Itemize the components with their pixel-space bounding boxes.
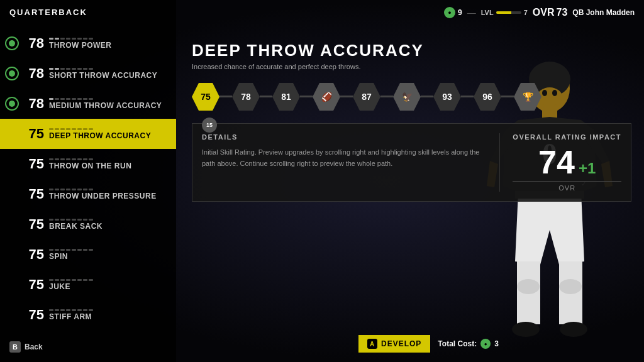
node-hex-5: 🦅 <box>393 83 421 111</box>
skill-title-area: DEEP THROW ACCURACY Increased chance of … <box>192 41 631 70</box>
skill-dots-medium-throw <box>49 98 170 100</box>
node-hex-7: 96 <box>474 83 501 111</box>
sidebar-item-short-throw[interactable]: 78 Short Throw Accuracy <box>0 58 176 89</box>
path-node-3[interactable]: 🏈 <box>313 83 340 111</box>
path-node-4[interactable]: 87 <box>353 83 380 111</box>
top-header: ● 9 — LVL 7 OVR 73 QB John Madden <box>179 0 644 25</box>
skill-rating-stiff-arm: 75 <box>23 307 44 323</box>
node-hex-1: 78 <box>232 83 260 111</box>
skill-rating-throw-power: 78 <box>23 35 44 52</box>
upgrade-path: 757881🏈87🦅9396🏆 <box>192 83 631 111</box>
ovr-label: OVR <box>533 7 555 18</box>
path-node-6[interactable]: 93 <box>433 83 461 111</box>
details-header: DETAILS <box>202 133 487 141</box>
path-connector-5 <box>421 96 433 97</box>
skill-description: Increased chance of accurate and perfect… <box>192 63 631 70</box>
sidebar-item-throw-on-run[interactable]: 75 Throw On The Run <box>0 149 176 179</box>
path-connector-7 <box>501 96 514 97</box>
path-connector-6 <box>461 96 474 97</box>
current-level-badge: 15 <box>202 118 217 133</box>
level-bar-fill <box>496 11 511 14</box>
node-hex-4: 87 <box>353 83 380 111</box>
skill-name-break-sack: Break Sack <box>49 222 170 231</box>
position-label: QB <box>572 8 584 17</box>
sidebar-item-spin[interactable]: 75 Spin <box>0 239 176 270</box>
sidebar-item-break-sack[interactable]: 75 Break Sack <box>0 209 176 239</box>
details-right: OVERALL RATING IMPACT 74 +1 OVR <box>499 133 621 192</box>
sidebar-item-throw-power[interactable]: 78 Throw Power <box>0 28 176 58</box>
path-node-0[interactable]: 75 <box>192 83 219 111</box>
back-label: Back <box>25 343 43 351</box>
sidebar-item-throw-pressure[interactable]: 75 Throw Under Pressure <box>0 179 176 209</box>
currency-amount: 9 <box>458 8 462 17</box>
level-label: LVL <box>481 9 494 16</box>
skill-name-medium-throw: Medium Throw Accuracy <box>49 101 170 110</box>
node-hex-0: 75 <box>192 83 219 111</box>
details-text: Initial Skill Rating. Preview upgrades b… <box>202 147 487 169</box>
skill-name-deep-throw: Deep Throw Accuracy <box>49 131 170 140</box>
skill-name-stiff-arm: Stiff Arm <box>49 312 170 321</box>
header-divider-1: — <box>467 8 476 18</box>
path-connector-0 <box>219 96 232 97</box>
path-connector-4 <box>380 96 393 97</box>
currency-icon: ● <box>444 7 455 18</box>
details-panel: 15 DETAILS Initial Skill Rating. Preview… <box>192 123 631 202</box>
ovr-value: 73 <box>557 7 568 18</box>
skill-dots-throw-pressure <box>49 189 170 190</box>
sidebar-item-deep-throw[interactable]: 75 Deep Throw Accuracy <box>0 119 176 149</box>
main-content: DEEP THROW ACCURACY Increased chance of … <box>179 0 644 362</box>
player-name-display: QB John Madden <box>572 8 635 17</box>
path-connector-2 <box>300 96 313 97</box>
skill-dots-deep-throw <box>49 128 170 130</box>
skill-dots-throw-power <box>49 38 170 40</box>
skill-dots-short-throw <box>49 68 170 70</box>
skill-name-throw-pressure: Throw Under Pressure <box>49 192 170 200</box>
skill-icon-medium-throw <box>5 97 19 111</box>
develop-label: Develop <box>381 339 421 348</box>
skill-dots-juke <box>49 279 170 281</box>
skill-name-throw-power: Throw Power <box>49 41 170 50</box>
node-hex-8: 🏆 <box>514 83 541 111</box>
total-cost-amount: 3 <box>494 339 499 348</box>
skill-dots-throw-on-run <box>49 158 170 160</box>
ovr-change: +1 <box>579 160 596 177</box>
path-node-7[interactable]: 96 <box>474 83 501 111</box>
sidebar-title: QUARTERBACK <box>9 8 87 17</box>
cost-currency-icon: ● <box>480 339 491 349</box>
currency-display: ● 9 <box>444 7 462 18</box>
level-display: LVL 7 <box>481 9 528 16</box>
ovr-impact-header: OVERALL RATING IMPACT <box>513 133 621 141</box>
level-bar <box>496 11 521 14</box>
sidebar-item-juke[interactable]: 75 Juke <box>0 270 176 300</box>
skill-main-title: DEEP THROW ACCURACY <box>192 41 631 60</box>
path-node-8[interactable]: 🏆 <box>514 83 541 111</box>
sidebar-item-medium-throw[interactable]: 78 Medium Throw Accuracy <box>0 89 176 119</box>
sidebar: QUARTERBACK 78 Throw Power 78 Short Thro… <box>0 0 176 362</box>
back-button[interactable]: B Back <box>9 341 43 353</box>
node-hex-6: 93 <box>433 83 461 111</box>
path-node-5[interactable]: 🦅 <box>393 83 421 111</box>
total-cost-label: Total Cost: <box>438 339 477 348</box>
skill-dots-break-sack <box>49 219 170 221</box>
develop-button[interactable]: A Develop <box>358 335 430 353</box>
total-cost-display: Total Cost: ● 3 <box>438 339 498 349</box>
path-connector-1 <box>260 96 272 97</box>
node-hex-2: 81 <box>272 83 300 111</box>
path-node-1[interactable]: 78 <box>232 83 260 111</box>
sidebar-item-stiff-arm[interactable]: 75 Stiff Arm <box>0 300 176 330</box>
path-node-2[interactable]: 81 <box>272 83 300 111</box>
skill-name-short-throw: Short Throw Accuracy <box>49 71 170 80</box>
skill-icon-short-throw <box>5 67 19 80</box>
skill-rating-juke: 75 <box>23 277 44 293</box>
skill-dots-spin <box>49 249 170 251</box>
skill-dots-stiff-arm <box>49 309 170 311</box>
node-hex-3: 🏈 <box>313 83 340 111</box>
bottom-bar: A Develop Total Cost: ● 3 <box>358 335 499 353</box>
ovr-number: 74 <box>538 146 575 178</box>
skill-rating-medium-throw: 78 <box>23 96 44 112</box>
ovr-display: OVR 73 <box>533 7 568 18</box>
ovr-value-display: 74 +1 <box>538 146 596 178</box>
skill-icon-throw-power <box>5 36 19 50</box>
skill-rating-throw-pressure: 75 <box>23 186 44 202</box>
ovr-sublabel: OVR <box>513 181 621 192</box>
